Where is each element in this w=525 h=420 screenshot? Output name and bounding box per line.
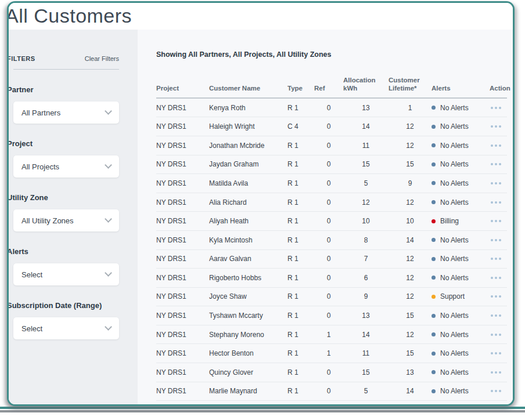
cell-type: R 1 (287, 179, 314, 187)
cell-customer-lifetime: 10 (389, 217, 431, 225)
filters-header-row: FILTERS Clear Filters (13, 55, 119, 70)
cell-customer-name: Aliyah Heath (209, 217, 287, 225)
table-row: NY DRS1 Rigoberto Hobbs R 1 0 6 12 No Al… (156, 269, 507, 288)
alert-status-label: No Alerts (440, 179, 469, 187)
cell-ref: 0 (314, 368, 343, 376)
cell-project: NY DRS1 (156, 387, 209, 395)
cell-customer-lifetime: 15 (389, 160, 431, 168)
table-header-row: ProjectCustomer NameTypeRefAllocation kW… (156, 76, 507, 99)
alert-status-label: No Alerts (440, 160, 469, 168)
cell-customer-name: Stephany Moreno (209, 331, 287, 339)
cell-type: R 1 (287, 160, 314, 168)
cell-ref: 0 (314, 387, 343, 395)
cell-project: NY DRS1 (156, 217, 209, 225)
row-actions-menu-button[interactable] (490, 103, 502, 113)
cell-action (490, 122, 510, 131)
cell-type: R 1 (287, 104, 314, 112)
row-actions-menu-button[interactable] (490, 311, 502, 320)
cell-alerts: No Alerts (431, 312, 490, 320)
row-actions-menu-button[interactable] (490, 216, 502, 226)
filter-select[interactable]: All Partners (13, 102, 119, 124)
alert-status-dot (431, 219, 436, 223)
row-actions-menu-button[interactable] (490, 292, 502, 301)
filter-select[interactable]: All Utility Zones (13, 209, 119, 231)
filters-sidebar: FILTERS Clear Filters Partner All Partne… (9, 30, 138, 404)
row-actions-menu-button[interactable] (490, 198, 502, 207)
cell-alerts: No Alerts (431, 160, 490, 168)
row-actions-menu-button[interactable] (490, 122, 502, 131)
cell-type: C 4 (287, 122, 314, 131)
cell-alerts: No Alerts (431, 236, 490, 244)
filter-select-value: All Utility Zones (21, 216, 106, 225)
chevron-down-icon (105, 161, 112, 169)
page-background: All Customers FILTERS Clear Filters Part… (0, 0, 525, 420)
cell-allocation-kwh: 5 (343, 387, 389, 395)
alert-status-label: No Alerts (440, 255, 469, 263)
cell-project: NY DRS1 (156, 104, 209, 112)
cell-allocation-kwh: 6 (343, 274, 389, 282)
cell-alerts: No Alerts (431, 274, 490, 282)
filter-select[interactable]: All Projects (13, 155, 119, 178)
cell-project: NY DRS1 (156, 160, 209, 168)
cell-action (490, 368, 510, 377)
cell-allocation-kwh: 11 (343, 349, 389, 357)
column-header: Allocation kWh (343, 76, 389, 93)
table-row: NY DRS1 Stephany Moreno R 1 1 14 12 No A… (156, 325, 507, 345)
cell-alerts: No Alerts (431, 387, 490, 395)
row-actions-menu-button[interactable] (490, 386, 502, 396)
filter-select[interactable]: Select (13, 263, 119, 285)
cell-customer-name: Joyce Shaw (209, 292, 287, 300)
row-actions-menu-button[interactable] (490, 141, 502, 150)
alert-status-dot (431, 238, 436, 242)
cell-alerts: No Alerts (431, 198, 490, 207)
alert-status-label: No Alerts (440, 349, 469, 357)
filter-group: Alerts Select (13, 247, 119, 285)
cell-alerts: No Alerts (431, 331, 490, 339)
cell-action (490, 386, 510, 396)
cell-allocation-kwh: 15 (343, 160, 389, 168)
customers-main: Showing All Partners, All Projects, All … (138, 30, 513, 404)
cell-action (490, 198, 510, 207)
clear-filters-button[interactable]: Clear Filters (85, 55, 119, 62)
chevron-down-icon (105, 269, 112, 277)
cell-ref: 0 (314, 160, 343, 168)
alert-status-dot (431, 295, 436, 299)
cell-alerts: No Alerts (431, 179, 490, 187)
cell-action (490, 349, 510, 358)
row-actions-menu-button[interactable] (490, 254, 502, 263)
alert-status-dot (431, 332, 436, 336)
cell-customer-lifetime: 14 (389, 387, 431, 395)
table-row: NY DRS1 Kyla Mcintosh R 1 0 8 14 No Aler… (156, 231, 507, 250)
alert-status-label: No Alerts (440, 368, 469, 376)
cell-ref: 1 (314, 331, 343, 339)
table-body: NY DRS1 Kenya Roth R 1 0 13 1 No Alerts … (156, 99, 507, 404)
cell-customer-name: Quincy Glover (209, 368, 287, 376)
cell-customer-name: Rigoberto Hobbs (209, 274, 287, 282)
cell-customer-name: Matilda Avila (209, 179, 287, 187)
cell-type: R 1 (287, 368, 314, 376)
row-actions-menu-button[interactable] (490, 368, 502, 377)
cell-customer-lifetime: 14 (389, 236, 431, 244)
cell-project: NY DRS1 (156, 179, 209, 187)
cell-type: R 1 (287, 198, 314, 207)
page-title: All Customers (7, 3, 132, 28)
alert-status-label: No Alerts (440, 331, 469, 339)
row-actions-menu-button[interactable] (490, 330, 502, 339)
cell-customer-lifetime: 12 (389, 331, 431, 339)
table-row: NY DRS1 Rodrigo Griffin R 1 0 12 14 No A… (156, 401, 507, 404)
cell-ref: 1 (314, 349, 343, 357)
filter-select-value: Select (21, 270, 106, 279)
row-actions-menu-button[interactable] (490, 179, 502, 188)
row-actions-menu-button[interactable] (490, 349, 502, 358)
row-actions-menu-button[interactable] (490, 160, 502, 169)
filter-select[interactable]: Select (13, 317, 119, 339)
cell-customer-lifetime: 9 (389, 179, 431, 187)
alert-status-label: No Alerts (440, 198, 469, 207)
cell-customer-name: Hector Benton (209, 349, 287, 357)
alert-status-dot (431, 200, 436, 204)
row-actions-menu-button[interactable] (490, 273, 502, 283)
row-actions-menu-button[interactable] (490, 236, 502, 245)
cell-customer-lifetime: 15 (389, 349, 431, 357)
showing-summary: Showing All Partners, All Projects, All … (156, 50, 507, 59)
cell-alerts: No Alerts (431, 255, 490, 263)
